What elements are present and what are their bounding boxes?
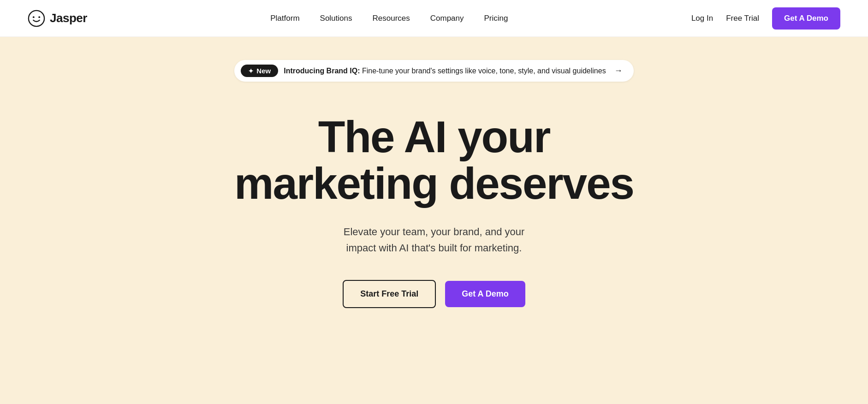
announcement-bold: Introducing Brand IQ: xyxy=(284,67,360,75)
navbar: Jasper Platform Solutions Resources Comp… xyxy=(0,0,868,37)
hero-heading-line1: The AI your xyxy=(318,112,550,161)
svg-point-0 xyxy=(29,10,44,26)
sparkle-icon: ✦ xyxy=(248,67,254,75)
logo-link[interactable]: Jasper xyxy=(28,10,87,27)
nav-item-pricing[interactable]: Pricing xyxy=(484,14,508,23)
get-demo-button[interactable]: Get A Demo xyxy=(772,7,840,30)
svg-point-2 xyxy=(38,16,40,18)
nav-link-platform[interactable]: Platform xyxy=(270,14,299,23)
nav-item-company[interactable]: Company xyxy=(430,14,464,23)
new-label: New xyxy=(256,67,271,75)
nav-item-resources[interactable]: Resources xyxy=(372,14,410,23)
logo-text: Jasper xyxy=(50,11,87,25)
nav-actions: Log In Free Trial Get A Demo xyxy=(691,7,840,30)
hero-cta: Start Free Trial Get A Demo xyxy=(343,280,525,308)
login-link[interactable]: Log In xyxy=(691,14,713,23)
announcement-text: Introducing Brand IQ: Fine-tune your bra… xyxy=(284,67,606,75)
announcement-banner[interactable]: ✦ New Introducing Brand IQ: Fine-tune yo… xyxy=(234,60,633,82)
free-trial-link[interactable]: Free Trial xyxy=(726,14,759,23)
hero-section: ✦ New Introducing Brand IQ: Fine-tune yo… xyxy=(0,37,868,404)
nav-link-solutions[interactable]: Solutions xyxy=(320,14,352,23)
logo-icon xyxy=(28,10,45,27)
nav-item-solutions[interactable]: Solutions xyxy=(320,14,352,23)
announcement-arrow-icon: → xyxy=(614,66,623,76)
nav-links: Platform Solutions Resources Company Pri… xyxy=(270,14,508,23)
hero-heading: The AI your marketing deserves xyxy=(234,114,634,207)
get-demo-hero-button[interactable]: Get A Demo xyxy=(445,281,525,307)
nav-link-company[interactable]: Company xyxy=(430,14,464,23)
start-free-trial-button[interactable]: Start Free Trial xyxy=(343,280,436,308)
nav-item-platform[interactable]: Platform xyxy=(270,14,299,23)
nav-link-pricing[interactable]: Pricing xyxy=(484,14,508,23)
hero-heading-line2: marketing deserves xyxy=(234,159,634,208)
announcement-normal: Fine-tune your brand's settings like voi… xyxy=(360,67,606,75)
new-badge: ✦ New xyxy=(241,65,278,77)
nav-link-resources[interactable]: Resources xyxy=(372,14,410,23)
hero-subheading: Elevate your team, your brand, and your … xyxy=(328,224,540,256)
svg-point-1 xyxy=(33,16,35,18)
